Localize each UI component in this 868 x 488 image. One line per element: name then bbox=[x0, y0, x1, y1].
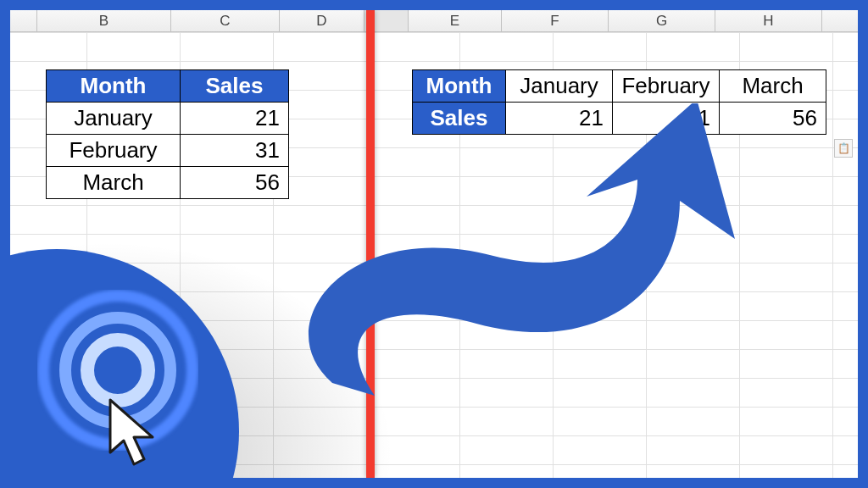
cell-sales[interactable]: 21 bbox=[181, 103, 289, 135]
vertical-divider bbox=[366, 10, 375, 478]
col-header-D[interactable]: D bbox=[280, 10, 364, 31]
rowcol-corner bbox=[10, 10, 37, 31]
table-row: January 21 bbox=[47, 103, 289, 135]
cell-sales[interactable]: 21 bbox=[506, 103, 613, 135]
svg-point-3 bbox=[104, 357, 131, 384]
svg-point-2 bbox=[87, 340, 148, 401]
col-header-G[interactable]: G bbox=[609, 10, 715, 31]
header-month[interactable]: Month bbox=[413, 70, 506, 103]
cell-sales[interactable]: 31 bbox=[181, 135, 289, 167]
column-headers-row: B C D E F G H bbox=[10, 10, 858, 32]
transposed-table: Month January February March Sales 21 31… bbox=[412, 69, 826, 135]
header-sales[interactable]: Sales bbox=[181, 70, 289, 103]
cell-sales[interactable]: 31 bbox=[613, 103, 720, 135]
cell-month[interactable]: March bbox=[47, 167, 181, 199]
table-row: February 31 bbox=[47, 135, 289, 167]
cell-month[interactable]: February bbox=[47, 135, 181, 167]
table-row: March 56 bbox=[47, 167, 289, 199]
col-header-C[interactable]: C bbox=[171, 10, 280, 31]
col-header-B[interactable]: B bbox=[37, 10, 171, 31]
header-sales[interactable]: Sales bbox=[413, 103, 506, 135]
cursor-icon bbox=[102, 396, 163, 473]
col-header-F[interactable]: F bbox=[502, 10, 609, 31]
table-row: Month January February March bbox=[413, 70, 826, 103]
cell-sales[interactable]: 56 bbox=[720, 103, 826, 135]
source-table: Month Sales January 21 February 31 March… bbox=[46, 69, 289, 199]
cell-month[interactable]: January bbox=[47, 103, 181, 135]
spreadsheet-frame: B C D E F G H Month Sales January 21 Feb… bbox=[10, 10, 858, 478]
col-header-H[interactable]: H bbox=[715, 10, 822, 31]
cell-month[interactable]: February bbox=[613, 70, 720, 103]
table-row: Month Sales bbox=[47, 70, 289, 103]
table-row: Sales 21 31 56 bbox=[413, 103, 826, 135]
cell-month[interactable]: January bbox=[506, 70, 613, 103]
cell-month[interactable]: March bbox=[720, 70, 826, 103]
cell-sales[interactable]: 56 bbox=[181, 167, 289, 199]
paste-options-icon[interactable]: 📋 bbox=[834, 139, 853, 158]
col-header-E[interactable]: E bbox=[409, 10, 502, 31]
header-month[interactable]: Month bbox=[47, 70, 181, 103]
